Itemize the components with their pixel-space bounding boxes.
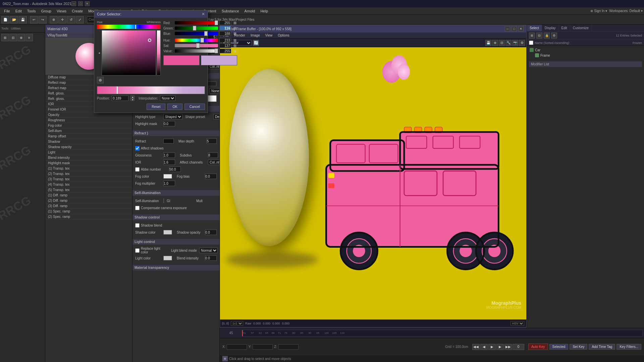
vray-save-btn[interactable]: 💾 bbox=[485, 40, 491, 46]
list-item-transp1[interactable]: (1) Transp. tex bbox=[45, 166, 132, 171]
vray-tool2[interactable]: ⊟ bbox=[499, 40, 505, 46]
scene-item-frame[interactable]: Frame bbox=[528, 53, 643, 58]
green-up-btn[interactable]: ⊞ bbox=[232, 26, 237, 31]
minimize-button[interactable]: ─ bbox=[71, 1, 76, 6]
tab-customize[interactable]: Customize bbox=[570, 25, 592, 31]
new-color-swatch[interactable] bbox=[201, 55, 237, 65]
y-input[interactable] bbox=[253, 344, 273, 350]
vray-minimize[interactable]: ─ bbox=[505, 26, 510, 32]
settings-btn[interactable]: ⚙ bbox=[551, 33, 557, 39]
menu-file[interactable]: File bbox=[1, 8, 13, 14]
refract-max-depth-input[interactable] bbox=[207, 138, 217, 144]
sort-checkbox[interactable] bbox=[529, 41, 533, 45]
sat-input[interactable] bbox=[219, 43, 231, 48]
red-up-btn[interactable]: ⊞ bbox=[232, 20, 237, 25]
list-item-transp2[interactable]: (2) Transp. tex bbox=[45, 171, 132, 177]
vray-menu-view[interactable]: View bbox=[263, 33, 275, 38]
shadow-blend-checkbox[interactable] bbox=[135, 223, 140, 228]
prev-frame-btn[interactable]: ◀ bbox=[480, 344, 488, 350]
light-control-title[interactable]: Light control bbox=[132, 239, 219, 245]
fog-color-swatch[interactable] bbox=[163, 174, 172, 179]
color-ramp-bar[interactable] bbox=[97, 86, 205, 94]
abbe-checkbox[interactable] bbox=[135, 167, 140, 172]
green-slider[interactable] bbox=[175, 26, 218, 30]
key-filters-btn[interactable]: Key Filters... bbox=[616, 344, 641, 350]
x-input[interactable] bbox=[227, 344, 247, 350]
maximize-button[interactable]: □ bbox=[78, 1, 83, 6]
set-key-btn[interactable]: Set Key bbox=[570, 344, 587, 350]
timeline[interactable]: 51 57 62 65 68 71 75 80 85 90 95 100 105… bbox=[242, 330, 643, 337]
old-color-swatch[interactable] bbox=[163, 55, 200, 65]
tab-edit[interactable]: Edit bbox=[559, 25, 570, 31]
interp-select[interactable]: None bbox=[160, 96, 175, 101]
workspaces[interactable]: Workspaces: Default ▾ bbox=[609, 9, 643, 13]
list-item-diff-ramp1[interactable]: (1) Diff. ramp bbox=[45, 193, 132, 198]
pos-down-btn[interactable]: ▼ bbox=[130, 98, 135, 101]
value-up-btn[interactable]: ⊞ bbox=[232, 49, 237, 53]
highlight-type-select[interactable]: Shaped bbox=[163, 114, 182, 119]
collapse-all-btn[interactable]: ⊟ bbox=[536, 33, 542, 39]
list-item-shadow-opacity[interactable]: Shadow opacity bbox=[45, 144, 132, 150]
vray-refresh-btn[interactable]: 🔄 bbox=[253, 40, 259, 46]
tool-btn-4[interactable]: ≡ bbox=[25, 34, 33, 41]
open-btn[interactable]: 📂 bbox=[10, 16, 18, 23]
blue-input[interactable] bbox=[219, 31, 231, 36]
list-item-ramp-offset[interactable]: Ramp offset bbox=[45, 134, 132, 139]
refract-section-title[interactable]: Refract ) bbox=[132, 130, 219, 136]
highlight-mask-input[interactable] bbox=[163, 121, 175, 126]
save-btn[interactable]: 💾 bbox=[19, 16, 27, 23]
color-dialog-close-btn[interactable]: ✕ bbox=[202, 12, 205, 16]
select-btn[interactable]: ⊕ bbox=[50, 16, 58, 23]
vray-resolution-select[interactable]: 1x1 bbox=[231, 321, 243, 326]
ok-button[interactable]: OK bbox=[167, 104, 182, 110]
self-illum-title[interactable]: Self-illumination bbox=[132, 190, 219, 196]
shadow-opacity-input[interactable] bbox=[205, 230, 217, 235]
vray-close[interactable]: ✕ bbox=[518, 26, 524, 32]
list-item-spec-ramp2[interactable]: (2) Spec. ramp bbox=[45, 214, 132, 220]
self-illum-swatch[interactable] bbox=[163, 198, 164, 203]
sat-slider[interactable] bbox=[175, 44, 218, 47]
fog-multiplier-input[interactable] bbox=[163, 181, 175, 186]
status-icon[interactable]: ⊕ bbox=[222, 356, 228, 361]
list-item-transp3[interactable]: (3) Transp. tex bbox=[45, 177, 132, 182]
play-btn[interactable]: ▶ bbox=[488, 344, 496, 350]
redo-btn[interactable]: ↪ bbox=[39, 16, 47, 23]
list-item-roughness[interactable]: Roughness bbox=[45, 118, 132, 123]
close-button[interactable]: ✕ bbox=[85, 1, 90, 6]
list-item-fog-color[interactable]: Fog color bbox=[45, 123, 132, 128]
rotate-btn[interactable]: ↺ bbox=[67, 16, 75, 23]
vray-tool5[interactable]: ⚙ bbox=[519, 40, 525, 46]
spec-interp-select[interactable]: None bbox=[210, 88, 220, 94]
list-item-light[interactable]: Light bbox=[45, 150, 132, 155]
hue-up-btn[interactable]: ⊞ bbox=[232, 38, 237, 43]
color-dialog-title-bar[interactable]: Color Selector: ✕ bbox=[94, 10, 208, 18]
new-btn[interactable]: 📄 bbox=[1, 16, 9, 23]
refract-subdivs-input[interactable] bbox=[208, 153, 218, 158]
vray-maximize[interactable]: □ bbox=[512, 26, 517, 32]
vray-tool3[interactable]: 🔧 bbox=[505, 40, 512, 46]
undo-btn[interactable]: ↩ bbox=[30, 16, 38, 23]
lock-btn[interactable]: 🔒 bbox=[544, 33, 550, 39]
menu-help[interactable]: Help bbox=[258, 8, 271, 14]
tab-select[interactable]: Select bbox=[527, 25, 542, 31]
modifier-list-header[interactable]: Modifier List bbox=[529, 61, 642, 67]
light-color-swatch[interactable] bbox=[163, 256, 172, 260]
first-frame-btn[interactable]: ◀◀ bbox=[472, 344, 480, 350]
shape-preset-select[interactable]: Default bbox=[213, 114, 220, 119]
eyedropper-btn[interactable]: ⊕ bbox=[97, 77, 104, 83]
list-item-transp5[interactable]: (5) Transp. tex bbox=[45, 187, 132, 193]
value-input[interactable] bbox=[219, 49, 231, 53]
scale-btn[interactable]: ⤢ bbox=[76, 16, 84, 23]
list-item-shadow[interactable]: Shadow bbox=[45, 139, 132, 144]
color-square[interactable] bbox=[102, 30, 156, 75]
tool-btn-3[interactable]: ⊕ bbox=[17, 34, 25, 41]
vray-menu-image[interactable]: Image bbox=[249, 33, 262, 38]
affect-shadows-checkbox[interactable] bbox=[135, 146, 140, 150]
menu-edit[interactable]: Edit bbox=[13, 8, 24, 14]
blue-slider[interactable] bbox=[175, 32, 218, 35]
menu-arnold[interactable]: Arnold bbox=[242, 8, 258, 14]
refract-color-swatch[interactable] bbox=[163, 139, 174, 143]
cancel-button[interactable]: Cancel bbox=[184, 104, 205, 110]
abbe-input[interactable] bbox=[169, 167, 181, 172]
blend-intensity-input[interactable] bbox=[205, 255, 217, 261]
